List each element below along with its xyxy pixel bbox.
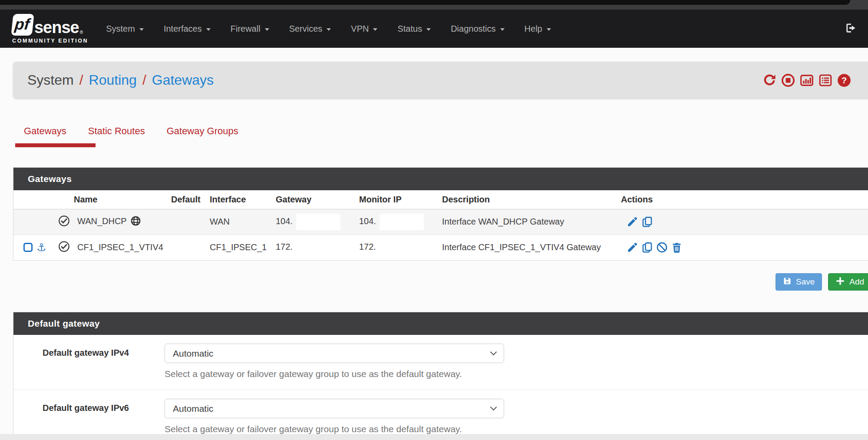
edit-icon[interactable] (627, 242, 638, 253)
sign-out-icon (845, 22, 857, 36)
tab-gateways[interactable]: Gateways (13, 122, 77, 147)
menu-vpn-label: VPN (351, 24, 369, 34)
gateway-enabled-icon (58, 245, 70, 254)
default-gateway-ipv4-select[interactable]: Automatic (165, 344, 504, 363)
chevron-down-icon (490, 404, 497, 411)
default-gateway-panel-title: Default gateway (13, 312, 868, 335)
sign-out-button[interactable] (845, 22, 857, 36)
pfsense-logo[interactable]: pf sense ® COMMUNITY EDITION (12, 14, 88, 44)
field-help-text: Select a gateway or failover gateway gro… (165, 424, 504, 434)
field-control: Automatic Select a gateway or failover g… (165, 344, 504, 379)
save-button[interactable]: Save (776, 273, 822, 291)
chevron-down-icon (547, 28, 551, 31)
redaction-box (380, 214, 424, 230)
col-handles (13, 190, 55, 209)
copy-icon[interactable] (641, 216, 653, 228)
svg-text:?: ? (842, 76, 847, 85)
menu-diagnostics-label: Diagnostics (451, 24, 495, 34)
menu-interfaces[interactable]: Interfaces (154, 10, 221, 48)
logo-registered-mark: ® (80, 30, 83, 36)
gateway-enabled-icon (58, 219, 70, 228)
table-row: WAN_DHCP WAN 104. 104. Interface WAN_DHC… (13, 209, 868, 235)
add-button-label: Add (849, 277, 864, 287)
log-list-icon[interactable] (818, 73, 833, 88)
col-name: Name (74, 190, 168, 209)
breadcrumb-link-gateways[interactable]: Gateways (152, 72, 214, 88)
selected-value: Automatic (173, 348, 213, 359)
interface-cell: CF1_IPSEC_1 (206, 235, 272, 260)
redaction-box (296, 239, 340, 256)
gateway-name: WAN_DHCP (77, 216, 127, 226)
row-select-checkbox[interactable] (23, 243, 33, 252)
copy-icon[interactable] (641, 242, 653, 253)
menu-firewall[interactable]: Firewall (221, 10, 279, 48)
stop-icon[interactable] (781, 73, 795, 88)
default-gateway-ipv6-select[interactable]: Automatic (165, 399, 504, 418)
routing-tabs: Gateways Static Routes Gateway Groups (13, 122, 249, 147)
menu-services[interactable]: Services (279, 10, 341, 48)
chevron-down-icon (426, 28, 431, 31)
breadcrumb: System / Routing / Gateways ? (13, 62, 868, 99)
table-row: ⚓ CF1_IPSEC_1_VTIV4 CF1_IPSEC_1 172. 172… (13, 235, 868, 260)
field-control: Automatic Select a gateway or failover g… (165, 399, 504, 434)
menu-help[interactable]: Help (515, 10, 561, 48)
menu-vpn[interactable]: VPN (341, 10, 387, 48)
navbar: pf sense ® COMMUNITY EDITION System Inte… (0, 10, 868, 48)
menu-system[interactable]: System (96, 10, 154, 48)
col-interface: Interface (206, 190, 272, 209)
chevron-down-icon (373, 28, 377, 31)
help-icon[interactable]: ? (837, 73, 851, 88)
disable-icon[interactable] (656, 242, 668, 253)
logo-sense-text: sense (34, 19, 79, 36)
interface-cell: WAN (206, 209, 272, 235)
plus-icon (835, 276, 845, 288)
monitor-ip: 172. (359, 242, 376, 251)
default-gateway-ipv6-label: Default gateway IPv6 (13, 399, 165, 434)
logo-row: pf sense ® (12, 14, 88, 36)
name-cell: WAN_DHCP (74, 209, 168, 235)
table-header-row: Name Default Interface Gateway Monitor I… (13, 190, 868, 209)
add-button[interactable]: Add (828, 273, 868, 291)
refresh-icon[interactable] (762, 73, 777, 88)
delete-icon[interactable] (671, 242, 683, 253)
breadcrumb-separator: / (79, 72, 83, 88)
edit-icon[interactable] (627, 216, 638, 228)
field-row-ipv4: Default gateway IPv4 Automatic Select a … (13, 335, 868, 390)
status-cell (55, 209, 74, 235)
menu-interfaces-label: Interfaces (164, 24, 202, 34)
default-gateway-globe-icon (130, 215, 141, 228)
window-title-strip (0, 0, 850, 5)
gateway-ip: 172. (276, 242, 293, 251)
logo-tagline: COMMUNITY EDITION (12, 38, 88, 44)
save-button-label: Save (796, 277, 815, 287)
tab-static-routes[interactable]: Static Routes (77, 122, 156, 147)
col-gateway: Gateway (272, 190, 356, 209)
breadcrumb-link-routing[interactable]: Routing (89, 72, 137, 88)
gateway-ip: 104. (276, 216, 293, 226)
breadcrumb-section: System (27, 72, 74, 88)
col-actions: Actions (617, 190, 868, 209)
description-cell: Interface CF1_IPSEC_1_VTIV4 Gateway (439, 235, 617, 260)
menu-help-label: Help (525, 24, 542, 34)
page-bottom-strip (0, 434, 868, 440)
menu-diagnostics[interactable]: Diagnostics (441, 10, 514, 48)
menu-firewall-label: Firewall (231, 24, 261, 34)
menu-status-label: Status (397, 24, 422, 34)
breadcrumb-separator: / (142, 72, 146, 88)
chevron-down-icon (490, 349, 497, 356)
chevron-down-icon (327, 28, 331, 31)
field-row-ipv6: Default gateway IPv6 Automatic Select a … (13, 390, 868, 437)
description-cell: Interface WAN_DHCP Gateway (439, 209, 617, 235)
actions-cell (617, 235, 868, 260)
chevron-down-icon (206, 28, 211, 31)
breadcrumb-actions: ? (762, 62, 851, 99)
menu-status[interactable]: Status (387, 10, 441, 48)
default-gateway-panel: Default gateway Default gateway IPv4 Aut… (13, 312, 868, 437)
bar-chart-icon[interactable] (799, 73, 814, 88)
main-menu: System Interfaces Firewall Services VPN … (96, 10, 561, 48)
anchor-icon: ⚓ (36, 242, 46, 253)
chevron-down-icon (265, 28, 269, 31)
gateway-cell: 172. (272, 235, 356, 260)
selected-value: Automatic (173, 404, 213, 414)
tab-gateway-groups[interactable]: Gateway Groups (156, 122, 249, 147)
